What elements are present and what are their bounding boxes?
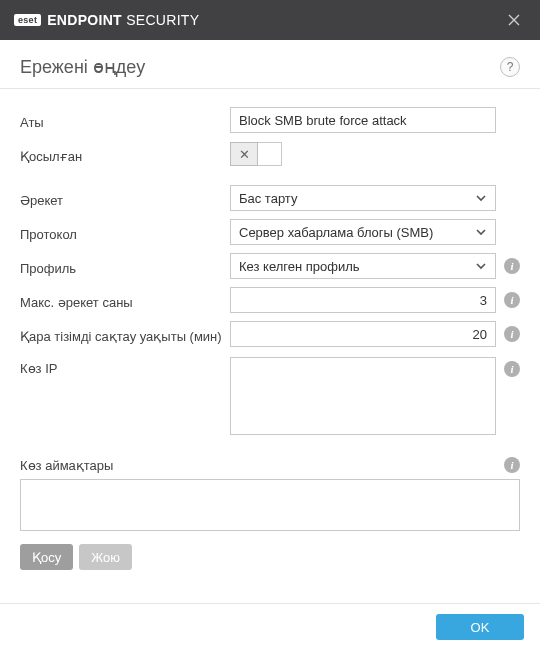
page-title: Ережені өңдеу xyxy=(20,56,500,78)
form: Аты Қосылған ✕ Әрекет Бас тарту Протокол xyxy=(0,95,540,570)
enabled-toggle[interactable]: ✕ xyxy=(230,142,282,166)
action-select-value: Бас тарту xyxy=(239,191,297,206)
protocol-select-value: Сервер хабарлама блогы (SMB) xyxy=(239,225,433,240)
profile-select[interactable]: Кез келген профиль xyxy=(230,253,496,279)
label-enabled: Қосылған xyxy=(20,145,230,164)
info-icon[interactable]: i xyxy=(504,258,520,274)
header: Ережені өңдеу ? xyxy=(0,40,540,88)
help-button[interactable]: ? xyxy=(500,57,520,77)
label-source-ip: Көз IP xyxy=(20,357,230,376)
info-icon[interactable]: i xyxy=(504,292,520,308)
label-source-zones: Көз аймақтары xyxy=(20,458,496,473)
add-button[interactable]: Қосу xyxy=(20,544,73,570)
info-icon[interactable]: i xyxy=(504,457,520,473)
chevron-down-icon xyxy=(475,226,487,238)
source-zones-field[interactable] xyxy=(20,479,520,531)
action-select[interactable]: Бас тарту xyxy=(230,185,496,211)
label-action: Әрекет xyxy=(20,189,230,208)
profile-select-value: Кез келген профиль xyxy=(239,259,360,274)
titlebar: eset ENDPOINT SECURITY xyxy=(0,0,540,40)
delete-button[interactable]: Жою xyxy=(79,544,132,570)
source-ip-field[interactable] xyxy=(230,357,496,435)
info-icon[interactable]: i xyxy=(504,361,520,377)
max-attempts-field[interactable] xyxy=(230,287,496,313)
protocol-select[interactable]: Сервер хабарлама блогы (SMB) xyxy=(230,219,496,245)
label-name: Аты xyxy=(20,111,230,130)
close-icon[interactable] xyxy=(500,6,528,34)
name-field[interactable] xyxy=(230,107,496,133)
divider xyxy=(0,88,540,89)
chevron-down-icon xyxy=(475,192,487,204)
brand-badge: eset xyxy=(14,14,41,26)
ok-button[interactable]: OK xyxy=(436,614,524,640)
label-protocol: Протокол xyxy=(20,223,230,242)
label-max-attempts: Макс. әрекет саны xyxy=(20,291,230,310)
footer: OK xyxy=(0,603,540,650)
label-block-period: Қара тізімді сақтау уақыты (мин) xyxy=(20,325,230,344)
label-profile: Профиль xyxy=(20,257,230,276)
block-period-field[interactable] xyxy=(230,321,496,347)
close-icon: ✕ xyxy=(230,142,258,166)
info-icon[interactable]: i xyxy=(504,326,520,342)
chevron-down-icon xyxy=(475,260,487,272)
app-title: ENDPOINT SECURITY xyxy=(47,12,199,28)
